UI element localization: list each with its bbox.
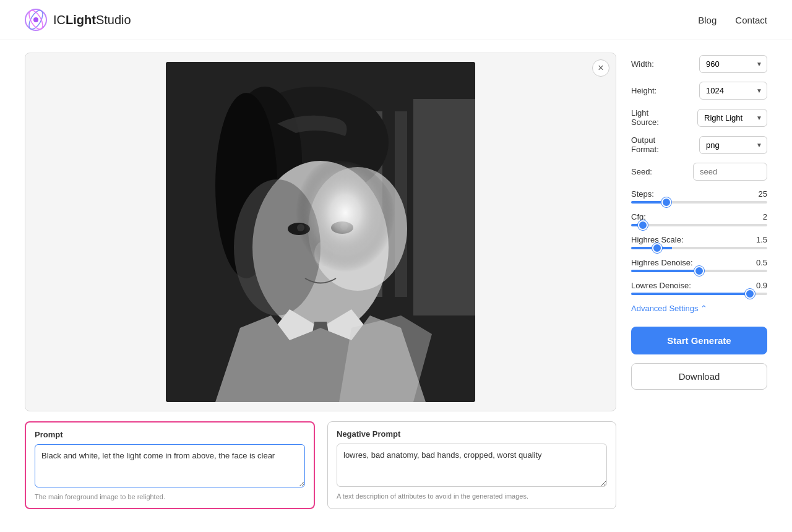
seed-row: Seed: bbox=[631, 163, 767, 181]
width-select[interactable]: 960 512 768 1024 bbox=[699, 55, 767, 73]
nav-links: Blog Contact bbox=[698, 15, 767, 25]
main-content: × bbox=[0, 40, 792, 521]
advanced-settings-chevron-icon: ⌃ bbox=[700, 304, 707, 313]
output-format-select[interactable]: png jpg webp bbox=[699, 136, 767, 154]
prompt-label: Prompt bbox=[35, 430, 305, 439]
advanced-settings-link[interactable]: Advanced Settings ⌃ bbox=[631, 304, 767, 313]
highres-denoise-slider[interactable] bbox=[631, 270, 767, 272]
lowres-denoise-slider[interactable] bbox=[631, 293, 767, 295]
output-format-row: OutputFormat: png jpg webp ▼ bbox=[631, 135, 767, 154]
cfg-slider[interactable] bbox=[631, 224, 767, 226]
svg-point-3 bbox=[33, 17, 38, 22]
width-row: Width: 960 512 768 1024 ▼ bbox=[631, 55, 767, 73]
logo-text: ICLightStudio bbox=[53, 13, 131, 27]
negative-prompt-hint: A text description of attributes to avoi… bbox=[337, 492, 607, 500]
download-button[interactable]: Download bbox=[631, 363, 767, 390]
cfg-row: Cfg: 2 bbox=[631, 212, 767, 226]
nav-contact[interactable]: Contact bbox=[735, 15, 767, 25]
output-format-label: OutputFormat: bbox=[631, 135, 659, 154]
height-select-wrapper: 1024 512 768 960 ▼ bbox=[699, 82, 767, 100]
steps-row: Steps: 25 bbox=[631, 189, 767, 204]
svg-point-19 bbox=[277, 161, 401, 309]
height-label: Height: bbox=[631, 86, 656, 95]
height-select[interactable]: 1024 512 768 960 bbox=[699, 82, 767, 100]
highres-scale-slider[interactable] bbox=[631, 247, 767, 249]
start-generate-button[interactable]: Start Generate bbox=[631, 327, 767, 354]
negative-prompt-textarea[interactable]: lowres, bad anatomy, bad hands, cropped,… bbox=[337, 444, 607, 487]
logo-icon bbox=[25, 9, 47, 31]
logo-area: ICLightStudio bbox=[25, 9, 131, 31]
advanced-settings-label: Advanced Settings bbox=[631, 304, 698, 313]
steps-slider[interactable] bbox=[631, 201, 767, 204]
width-select-wrapper: 960 512 768 1024 ▼ bbox=[699, 55, 767, 73]
prompts-row: Prompt Black and white, let the light co… bbox=[25, 421, 616, 509]
light-source-label: LightSource: bbox=[631, 108, 659, 127]
prompt-textarea[interactable]: Black and white, let the light come in f… bbox=[35, 444, 305, 487]
image-container: × bbox=[25, 53, 616, 411]
prompt-hint: The main foreground image to be relighte… bbox=[35, 493, 305, 500]
nav-blog[interactable]: Blog bbox=[698, 15, 717, 25]
height-row: Height: 1024 512 768 960 ▼ bbox=[631, 82, 767, 100]
prompt-box: Prompt Black and white, let the light co… bbox=[25, 421, 315, 509]
light-source-select-wrapper: Right Light Left Light Top Light Bottom … bbox=[697, 109, 767, 127]
negative-prompt-box: Negative Prompt lowres, bad anatomy, bad… bbox=[327, 421, 616, 509]
right-panel: Width: 960 512 768 1024 ▼ Height: 1024 5… bbox=[631, 53, 767, 509]
left-section: × bbox=[25, 53, 616, 509]
output-format-select-wrapper: png jpg webp ▼ bbox=[699, 136, 767, 154]
svg-rect-7 bbox=[413, 99, 475, 315]
lowres-denoise-row: Lowres Denoise: 0.9 bbox=[631, 281, 767, 295]
highres-denoise-row: Highres Denoise: 0.5 bbox=[631, 258, 767, 272]
portrait-svg bbox=[166, 62, 475, 402]
close-button[interactable]: × bbox=[592, 59, 609, 77]
seed-label: Seed: bbox=[631, 167, 652, 176]
highres-scale-row: Highres Scale: 1.5 bbox=[631, 235, 767, 249]
light-source-select[interactable]: Right Light Left Light Top Light Bottom … bbox=[697, 109, 767, 127]
seed-input[interactable] bbox=[693, 163, 767, 181]
negative-prompt-label: Negative Prompt bbox=[337, 429, 607, 439]
width-label: Width: bbox=[631, 59, 654, 69]
light-source-row: LightSource: Right Light Left Light Top … bbox=[631, 108, 767, 127]
header: ICLightStudio Blog Contact bbox=[0, 0, 792, 40]
